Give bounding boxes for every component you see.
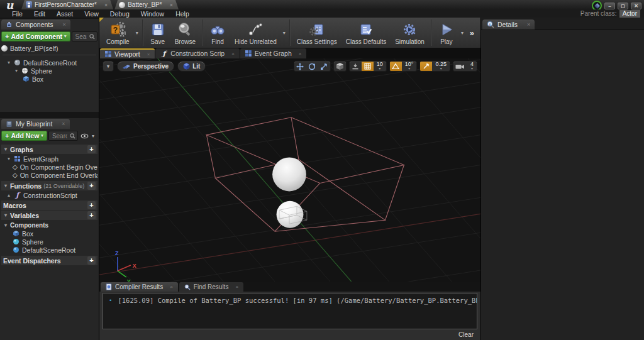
expander-icon[interactable]: ▾ bbox=[3, 212, 8, 218]
rotation-snap-toggle[interactable] bbox=[390, 62, 402, 71]
add-macro-button[interactable]: + bbox=[87, 201, 96, 209]
grid-snap-toggle[interactable] bbox=[362, 62, 374, 71]
tree-row-box[interactable]: Box bbox=[1, 75, 97, 83]
expander-icon[interactable]: ▾ bbox=[3, 183, 8, 189]
section-event-dispatchers[interactable]: Event Dispatchers + bbox=[1, 256, 97, 265]
surface-snap-button[interactable] bbox=[350, 62, 362, 71]
tab-my-blueprint[interactable]: My Blueprint × bbox=[1, 119, 70, 129]
hide-unrelated-chevron-icon[interactable]: ▾ bbox=[283, 30, 286, 36]
scale-snap-value[interactable]: 0.25▾ bbox=[432, 62, 450, 71]
close-panel-icon[interactable]: × bbox=[63, 21, 66, 28]
grid-snap-value[interactable]: 10▾ bbox=[374, 62, 386, 71]
menu-edit[interactable]: Edit bbox=[28, 10, 51, 18]
menu-asset[interactable]: Asset bbox=[51, 10, 79, 18]
add-component-button[interactable]: + Add Component ▾ bbox=[1, 31, 70, 41]
rotate-tool-button[interactable] bbox=[306, 62, 318, 71]
close-tab-icon[interactable]: × bbox=[235, 284, 238, 290]
expander-icon[interactable]: ▾ bbox=[6, 60, 11, 65]
toolbar-overflow-button[interactable]: » bbox=[470, 28, 478, 38]
add-graph-button[interactable]: + bbox=[87, 145, 96, 153]
section-graphs[interactable]: ▾ Graphs + bbox=[1, 145, 97, 154]
lit-mode-button[interactable]: Lit bbox=[177, 61, 206, 72]
expander-icon[interactable]: ▾ bbox=[6, 156, 11, 162]
simulation-button[interactable]: Simulation bbox=[391, 19, 429, 47]
add-variable-button[interactable]: + bbox=[87, 211, 96, 219]
close-tab-icon[interactable]: × bbox=[299, 51, 302, 57]
tree-row-defaultsceneroot[interactable]: ▾ DefaultSceneRoot bbox=[1, 58, 97, 67]
my-blueprint-search[interactable] bbox=[48, 131, 78, 141]
menu-window[interactable]: Window bbox=[135, 10, 170, 18]
parent-class-link[interactable]: Actor bbox=[619, 10, 640, 18]
components-search[interactable] bbox=[72, 31, 97, 41]
list-item-var-root[interactable]: DefaultSceneRoot bbox=[1, 246, 97, 254]
subsection-components[interactable]: ▾ Components bbox=[1, 221, 97, 229]
translate-tool-button[interactable] bbox=[294, 62, 306, 71]
close-tab-icon[interactable]: × bbox=[104, 2, 108, 8]
hide-unrelated-button[interactable]: Hide Unrelated bbox=[230, 19, 281, 47]
list-item-end-overlap[interactable]: ◇ On Component End Overlap ( bbox=[1, 171, 97, 179]
tab-details[interactable]: i Details × bbox=[482, 19, 535, 30]
expander-icon[interactable]: ▾ bbox=[3, 146, 8, 152]
close-tab-icon[interactable]: × bbox=[170, 2, 173, 8]
close-tab-icon[interactable]: × bbox=[231, 51, 235, 57]
menu-debug[interactable]: Debug bbox=[104, 10, 135, 18]
viewport-options-button[interactable]: ▾ bbox=[103, 61, 114, 72]
scale-tool-button[interactable] bbox=[318, 62, 330, 71]
my-blueprint-search-input[interactable] bbox=[51, 132, 69, 140]
find-button[interactable]: Find bbox=[205, 19, 230, 47]
rotation-snap-value[interactable]: 10°▾ bbox=[402, 62, 417, 71]
viewport-3d[interactable]: Z X Y ▾ Perspective Lit bbox=[99, 58, 480, 282]
menu-help[interactable]: Help bbox=[170, 10, 195, 18]
tab-components[interactable]: Components × bbox=[1, 19, 70, 30]
perspective-button[interactable]: Perspective bbox=[117, 61, 174, 72]
list-item-eventgraph[interactable]: ▾ EventGraph bbox=[1, 155, 97, 163]
asset-tab-battery-bp[interactable]: Battery_BP* × bbox=[114, 0, 179, 9]
play-options-chevron-icon[interactable]: ▾ bbox=[461, 30, 464, 36]
expander-icon[interactable]: ▾ bbox=[14, 68, 19, 74]
section-variables[interactable]: ▾ Variables + bbox=[1, 211, 97, 220]
clear-log-button[interactable]: Clear bbox=[458, 331, 474, 338]
add-new-button[interactable]: + Add New ▾ bbox=[1, 131, 47, 141]
play-button[interactable]: Play bbox=[434, 19, 459, 47]
viewport-canvas[interactable]: Z X Y bbox=[99, 58, 480, 282]
close-tab-icon[interactable]: × bbox=[147, 52, 150, 57]
visibility-filter-button[interactable]: ▾ bbox=[79, 133, 97, 139]
list-item-constructionscript[interactable]: ▴ ƒ ConstructionScript bbox=[1, 191, 97, 199]
maximize-button[interactable]: ◻ bbox=[618, 3, 628, 9]
class-defaults-button[interactable]: Class Defaults bbox=[341, 19, 391, 47]
components-search-input[interactable] bbox=[74, 33, 88, 41]
add-dispatcher-button[interactable]: + bbox=[87, 256, 96, 265]
close-window-button[interactable]: ✕ bbox=[631, 3, 641, 9]
camera-speed-value[interactable]: 4▾ bbox=[467, 62, 477, 71]
minimize-button[interactable]: – bbox=[604, 3, 615, 9]
list-item-var-box[interactable]: Box bbox=[1, 229, 97, 238]
menu-file[interactable]: File bbox=[6, 10, 28, 18]
tree-row-sphere[interactable]: ▾ Sphere bbox=[1, 67, 97, 75]
compile-button[interactable]: ? Compile bbox=[102, 19, 134, 47]
tab-find-results[interactable]: Find Results × bbox=[179, 282, 243, 292]
menu-view[interactable]: View bbox=[79, 10, 104, 18]
close-tab-icon[interactable]: × bbox=[170, 284, 173, 290]
tab-event-graph[interactable]: Event Graph × bbox=[240, 48, 307, 58]
tab-construction-script[interactable]: ƒ Construction Scrip × bbox=[155, 48, 239, 58]
camera-speed-button[interactable] bbox=[453, 62, 467, 71]
class-settings-button[interactable]: Class Settings bbox=[292, 19, 341, 47]
sphere-mesh-large[interactable] bbox=[272, 158, 306, 192]
tab-viewport[interactable]: Viewport × bbox=[100, 48, 155, 58]
tree-row-self[interactable]: Battery_BP(self) bbox=[1, 44, 97, 52]
close-panel-icon[interactable]: × bbox=[527, 21, 530, 28]
asset-tab-firstpersoncharacter[interactable]: FirstPersonCharacter* × bbox=[21, 0, 113, 9]
save-button[interactable]: Save bbox=[145, 19, 170, 47]
compile-options-chevron-icon[interactable]: ▾ bbox=[136, 30, 138, 36]
add-function-button[interactable]: + bbox=[87, 182, 96, 190]
section-macros[interactable]: Macros + bbox=[1, 200, 97, 210]
compiler-log[interactable]: • [1625.09] Compile of Battery_BP succes… bbox=[103, 293, 477, 329]
coordinate-space-button[interactable] bbox=[334, 62, 346, 71]
expander-icon[interactable]: ▾ bbox=[3, 222, 8, 228]
browse-button[interactable]: Browse bbox=[170, 19, 200, 47]
list-item-var-sphere[interactable]: Sphere bbox=[1, 238, 97, 246]
close-panel-icon[interactable]: × bbox=[62, 121, 65, 127]
list-item-begin-overlap[interactable]: ◇ On Component Begin Overlap bbox=[1, 163, 97, 171]
section-functions[interactable]: ▾ Functions (21 Overridable) + bbox=[1, 181, 97, 190]
tab-compiler-results[interactable]: Compiler Results × bbox=[101, 282, 178, 292]
